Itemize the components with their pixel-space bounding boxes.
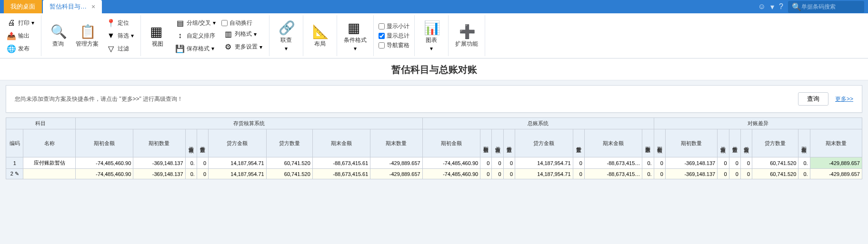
tab-desktop[interactable]: 我的桌面: [4, 0, 42, 13]
moreset-button[interactable]: ⚙更多设置▾: [221, 41, 264, 53]
filter-button[interactable]: ▼筛选▾: [104, 30, 136, 41]
query-label: 查询: [52, 40, 64, 48]
th-qcsl2: 期初数量: [480, 129, 492, 157]
autowrap-check[interactable]: 自动换行: [221, 19, 264, 27]
table-wrap: 科目 存货核算系统 总账系统 对账差异 编码 名称 期初金额 期初数量 借方金额…: [6, 117, 862, 179]
more-link[interactable]: 更多>>: [835, 95, 853, 103]
cell-val: 14,187,954.71: [515, 157, 573, 169]
condformat-button[interactable]: ▦条件格式▾: [342, 19, 369, 53]
print-button[interactable]: 🖨打印▾: [5, 17, 36, 29]
cell-val: 14,187,954.71: [515, 169, 573, 179]
navpane-check[interactable]: 导航窗格: [379, 41, 409, 49]
table-row[interactable]: 1应付账款暂估-74,485,460.90-369,148.1370.014,1…: [6, 157, 862, 169]
cell-val: 0: [492, 157, 503, 169]
cell-val: 0: [573, 169, 584, 179]
cell-val: -369,148.137: [133, 169, 185, 179]
th-jfsl3: 借方数量: [729, 129, 740, 157]
colformat-button[interactable]: ▥列格式▾: [221, 29, 264, 40]
data-table: 科目 存货核算系统 总账系统 对账差异 编码 名称 期初金额 期初数量 借方金额…: [6, 117, 862, 179]
export-icon: 📤: [7, 31, 16, 40]
query-button[interactable]: 🔍查询: [46, 23, 70, 49]
th-qmsl3: 期末数量: [810, 129, 862, 157]
locate-label: 定位: [118, 19, 129, 27]
export-label: 输出: [18, 32, 30, 40]
th-dfsl3: 贷方数量: [752, 129, 798, 157]
th-qmje: 期末金额: [312, 129, 370, 157]
cell-val: 60,741.520: [752, 169, 798, 179]
smile-icon[interactable]: ☺: [758, 2, 766, 11]
cell-val: 14,187,954.71: [209, 169, 266, 179]
tab-active[interactable]: 暂估科目与… ×: [43, 0, 102, 13]
cell-val: 0: [503, 157, 515, 169]
th-qcsl3: 期初数量: [665, 129, 717, 157]
ribbon-group-ext: ➕扩展功能: [449, 15, 485, 56]
filter2-button[interactable]: ▽过滤: [104, 43, 136, 54]
layout-button[interactable]: 📐布局: [308, 23, 332, 49]
title-area: 暂估科目与总账对账: [0, 59, 868, 80]
total-label: 显示总计: [387, 32, 409, 40]
grid-icon: ▦: [150, 24, 165, 39]
close-icon[interactable]: ×: [91, 3, 95, 10]
th-jfsl2: 借方数量: [503, 129, 515, 157]
cell-name: 应付账款暂估: [23, 157, 75, 169]
saveformat-button[interactable]: 💾保存格式▾: [173, 43, 218, 54]
chevron-down-icon: ▾: [211, 45, 214, 52]
ribbon-group-link: 🔗联查▾: [269, 15, 303, 56]
cell-val: -74,485,460.90: [422, 169, 480, 179]
tab-desktop-label: 我的桌面: [10, 2, 35, 11]
th-diff: 对账差异: [654, 118, 862, 129]
chart-button[interactable]: 📊图表▾: [419, 19, 443, 53]
publish-button[interactable]: 🌐发布: [5, 43, 36, 54]
view-button[interactable]: ▦视图: [146, 23, 170, 49]
th-qcje: 期初金额: [75, 129, 133, 157]
publish-label: 发布: [18, 45, 30, 53]
th-qmsl: 期末数量: [370, 129, 422, 157]
extend-label: 扩展功能: [455, 40, 478, 48]
cell-val: 0: [197, 157, 208, 169]
th-dfje2: 贷方金额: [515, 129, 573, 157]
cell-val: 0: [740, 169, 752, 179]
th-qmje2: 期末金额: [584, 129, 642, 157]
th-subject: 科目: [6, 118, 76, 129]
table-row[interactable]: 2 ✎-74,485,460.90-369,148.1370.014,187,9…: [6, 169, 862, 179]
export-button[interactable]: 📤输出: [5, 30, 36, 41]
query-submit-button[interactable]: 查询: [798, 92, 828, 106]
th-dfje3: 贷方金额: [740, 129, 752, 157]
locate-button[interactable]: 📍定位: [104, 17, 136, 29]
cell-val: 0: [503, 169, 515, 179]
th-qcje3: 期初金额: [654, 129, 665, 157]
ribbon-group-cond: ▦条件格式▾: [337, 15, 374, 56]
query-bar: 您尚未添加查询方案及快捷条件，请点击 "更多>>" 进行高级查询！ 查询 更多>…: [6, 85, 862, 113]
view-label: 视图: [152, 40, 163, 48]
lianча-button[interactable]: 🔗联查▾: [274, 19, 298, 53]
subtotal-check[interactable]: 显示小计: [379, 22, 409, 30]
cell-val: 0: [729, 169, 740, 179]
subtotal-label: 显示小计: [387, 22, 409, 30]
cell-val: -88,673,415.61: [312, 169, 370, 179]
plan-button[interactable]: 📋管理方案: [74, 23, 100, 49]
search-box[interactable]: 🔍: [788, 1, 864, 13]
save-icon: 💾: [175, 44, 185, 53]
group-button[interactable]: ▤分组/交叉▾: [173, 17, 218, 29]
search-input[interactable]: [801, 3, 858, 10]
help-icon[interactable]: ?: [779, 2, 783, 11]
plan-icon: 📋: [80, 24, 95, 39]
cell-val: 0.: [798, 157, 810, 169]
dropdown-icon[interactable]: ▾: [770, 2, 774, 11]
ribbon-group-layout: 📐布局: [303, 15, 337, 56]
query-hint: 您尚未添加查询方案及快捷条件，请点击 "更多>>" 进行高级查询！: [15, 95, 798, 103]
sort-button[interactable]: ↕自定义排序: [173, 30, 218, 41]
layout-icon: 📐: [312, 24, 328, 39]
cell-val: -74,485,460.90: [75, 157, 133, 169]
cell-name: [23, 169, 75, 179]
total-check[interactable]: 显示总计: [379, 32, 409, 40]
th-jfje3: 借方金额: [718, 129, 729, 157]
cell-val: -369,148.137: [665, 157, 717, 169]
layout-label: 布局: [314, 40, 326, 48]
ribbon-group-chart: 📊图表▾: [415, 15, 449, 56]
autowrap-label: 自动换行: [229, 19, 252, 27]
filter-label: 筛选: [118, 32, 129, 40]
cell-val: 0: [740, 157, 752, 169]
cell-val: -74,485,460.90: [422, 157, 480, 169]
extend-button[interactable]: ➕扩展功能: [453, 23, 480, 49]
